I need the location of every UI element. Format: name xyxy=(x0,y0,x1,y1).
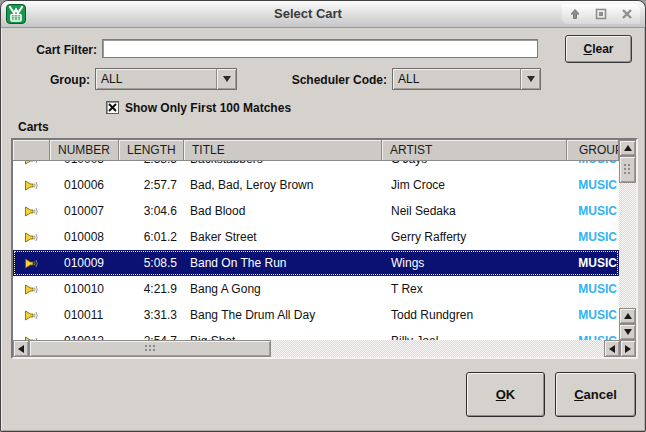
cart-table-header: NUMBER LENGTH TITLE ARTIST GROUP xyxy=(13,140,619,161)
cart-group: MUSIC xyxy=(567,178,619,192)
chevron-down-icon xyxy=(216,69,236,89)
show-first-100-label: Show Only First 100 Matches xyxy=(125,101,291,115)
cart-group: MUSIC xyxy=(567,204,619,218)
table-row[interactable]: 010009 5:08.5 Band On The Run Wings MUSI… xyxy=(13,250,619,276)
table-row[interactable]: 010007 3:04.6 Bad Blood Neil Sedaka MUSI… xyxy=(13,198,619,224)
cart-artist: Neil Sedaka xyxy=(382,204,567,218)
cart-length: 6:01.2 xyxy=(119,230,184,244)
cart-group: MUSIC xyxy=(567,282,619,296)
cart-artist: Gerry Rafferty xyxy=(382,230,567,244)
group-select-value: ALL xyxy=(96,72,216,86)
cart-length: 3:04.6 xyxy=(119,204,184,218)
window-controls xyxy=(562,4,640,24)
cart-length: 4:21.9 xyxy=(119,282,184,296)
column-header-group[interactable]: GROUP xyxy=(567,140,619,161)
cart-number: 010007 xyxy=(50,204,119,218)
cart-length: 5:08.5 xyxy=(119,256,184,270)
speaker-icon xyxy=(25,161,38,166)
cart-group: MUSIC xyxy=(567,161,619,166)
table-row[interactable]: 010011 3:31.3 Bang The Drum All Day Todd… xyxy=(13,302,619,328)
scroll-left-icon[interactable] xyxy=(604,340,620,357)
column-header-length[interactable]: LENGTH xyxy=(119,140,184,161)
speaker-icon xyxy=(25,283,38,296)
chevron-down-icon xyxy=(520,69,540,89)
table-row[interactable]: 010005 2:58.5 Backstabbers O'Jays MUSIC xyxy=(13,161,619,172)
speaker-icon xyxy=(25,309,38,322)
show-first-100-checkbox[interactable] xyxy=(106,101,119,114)
cart-table-body: 010005 2:58.5 Backstabbers O'Jays MUSIC … xyxy=(13,161,619,340)
cart-filter-input[interactable] xyxy=(102,39,538,58)
column-header-icon[interactable] xyxy=(13,140,50,161)
table-row[interactable]: 010012 2:54.7 Big Shot Billy Joel MUSIC xyxy=(13,328,619,340)
scroll-left-icon[interactable] xyxy=(13,340,29,357)
scroll-up-icon[interactable] xyxy=(619,308,636,324)
cart-number: 010008 xyxy=(50,230,119,244)
vertical-scrollbar-thumb[interactable] xyxy=(619,156,636,183)
scroll-down-icon[interactable] xyxy=(619,324,636,340)
cart-number: 010006 xyxy=(50,178,119,192)
cart-title: Band On The Run xyxy=(184,256,382,270)
cart-artist: T Rex xyxy=(382,282,567,296)
group-label: Group: xyxy=(9,73,90,87)
titlebar[interactable]: Select Cart xyxy=(1,1,645,28)
scroll-up-icon[interactable] xyxy=(619,140,636,156)
speaker-icon xyxy=(25,257,38,270)
carts-section-label: Carts xyxy=(18,120,49,134)
cart-number: 010011 xyxy=(50,308,119,322)
table-row[interactable]: 010010 4:21.9 Bang A Gong T Rex MUSIC xyxy=(13,276,619,302)
cart-length: 2:58.5 xyxy=(119,161,184,166)
speaker-icon xyxy=(25,205,38,218)
cart-title: Backstabbers xyxy=(184,161,382,166)
column-header-number[interactable]: NUMBER xyxy=(50,140,119,161)
horizontal-scrollbar-thumb[interactable] xyxy=(29,340,271,357)
column-header-title[interactable]: TITLE xyxy=(184,140,382,161)
cart-number: 010010 xyxy=(50,282,119,296)
cart-group: MUSIC xyxy=(567,256,619,270)
cart-filter-label: Cart Filter: xyxy=(29,43,97,57)
column-header-artist[interactable]: ARTIST xyxy=(382,140,567,161)
cart-title: Bang A Gong xyxy=(184,282,382,296)
cart-title: Bang The Drum All Day xyxy=(184,308,382,322)
vertical-scrollbar[interactable] xyxy=(619,140,636,340)
cart-number: 010005 xyxy=(50,161,119,166)
close-icon[interactable] xyxy=(618,5,636,23)
checkmark-x-icon xyxy=(107,102,118,113)
cart-artist: O'Jays xyxy=(382,161,567,166)
window-title: Select Cart xyxy=(61,6,555,21)
table-row[interactable]: 010006 2:57.7 Bad, Bad, Leroy Brown Jim … xyxy=(13,172,619,198)
roll-up-icon[interactable] xyxy=(566,5,584,23)
rivendell-cart-icon xyxy=(6,4,26,24)
cart-group: MUSIC xyxy=(567,230,619,244)
cart-length: 3:31.3 xyxy=(119,308,184,322)
cart-number: 010009 xyxy=(50,256,119,270)
cart-length: 2:57.7 xyxy=(119,178,184,192)
scroll-right-icon[interactable] xyxy=(620,340,636,357)
cart-artist: Todd Rundgren xyxy=(382,308,567,322)
speaker-icon xyxy=(25,179,38,192)
table-row[interactable]: 010008 6:01.2 Baker Street Gerry Raffert… xyxy=(13,224,619,250)
clear-button[interactable]: Clear xyxy=(565,35,632,63)
scheduler-code-label: Scheduler Code: xyxy=(239,73,387,87)
group-select[interactable]: ALL xyxy=(95,68,237,90)
scheduler-code-select-value: ALL xyxy=(393,72,520,86)
cart-group: MUSIC xyxy=(567,308,619,322)
cart-title: Bad, Bad, Leroy Brown xyxy=(184,178,382,192)
maximize-icon[interactable] xyxy=(592,5,610,23)
cart-table: NUMBER LENGTH TITLE ARTIST GROUP 010005 … xyxy=(11,138,638,359)
cart-title: Baker Street xyxy=(184,230,382,244)
horizontal-scrollbar[interactable] xyxy=(13,340,636,357)
cart-artist: Jim Croce xyxy=(382,178,567,192)
scheduler-code-select[interactable]: ALL xyxy=(392,68,541,90)
cart-title: Bad Blood xyxy=(184,204,382,218)
ok-button[interactable]: OK xyxy=(466,372,545,417)
speaker-icon xyxy=(25,231,38,244)
cart-artist: Wings xyxy=(382,256,567,270)
cancel-button[interactable]: Cancel xyxy=(555,372,636,417)
select-cart-dialog: Select Cart Cart Filter: Clear Group: AL… xyxy=(0,0,646,432)
